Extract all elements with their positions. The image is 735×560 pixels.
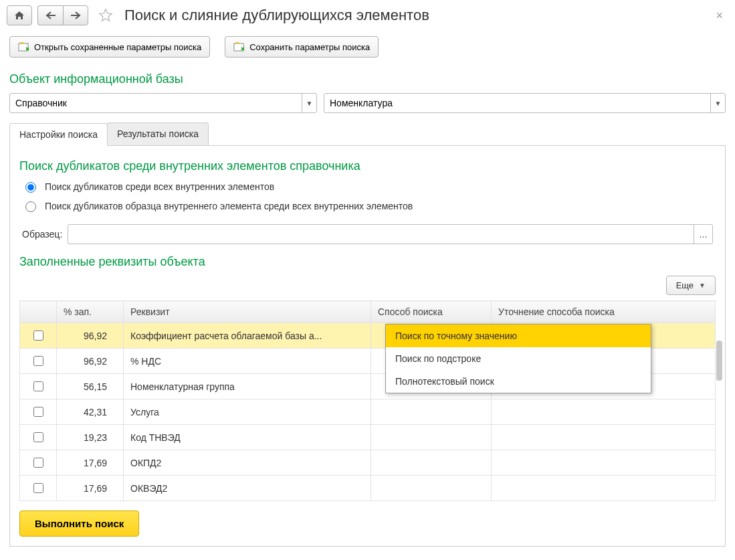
sample-select-button[interactable]: …: [694, 225, 712, 244]
dropdown-opt-fulltext[interactable]: Полнотекстовый поиск: [386, 370, 651, 393]
row-checkbox[interactable]: [33, 356, 43, 366]
back-button[interactable]: [37, 5, 63, 25]
row-checkbox[interactable]: [33, 458, 43, 468]
object-type-combo[interactable]: [10, 94, 302, 112]
tab-search-results[interactable]: Результаты поиска: [107, 122, 209, 145]
col-method: Способ поиска: [371, 301, 492, 323]
row-req: Коэффициент расчета облагаемой базы а...: [124, 323, 371, 349]
row-method[interactable]: [371, 399, 492, 425]
row-method[interactable]: [371, 476, 492, 501]
save-params-label: Сохранить параметры поиска: [249, 42, 370, 52]
dropdown-opt-substring[interactable]: Поиск по подстроке: [386, 347, 651, 370]
forward-button[interactable]: [63, 5, 88, 25]
radio-search-all[interactable]: [25, 182, 36, 193]
home-button[interactable]: [7, 5, 32, 25]
col-detail: Уточнение способа поиска: [492, 301, 716, 323]
row-pct: 17,69: [57, 450, 124, 476]
col-pct: % зап.: [57, 301, 124, 323]
col-req: Реквизит: [124, 301, 371, 323]
open-saved-params-button[interactable]: Открыть сохраненные параметры поиска: [9, 36, 210, 58]
row-req: Услуга: [124, 399, 371, 425]
row-pct: 96,92: [57, 323, 124, 349]
row-checkbox[interactable]: [33, 381, 43, 391]
table-row[interactable]: 42,31Услуга: [20, 399, 716, 425]
object-ref-combo[interactable]: [324, 94, 710, 112]
table-row[interactable]: 17,69ОКВЭД2: [20, 476, 716, 501]
dropdown-opt-exact[interactable]: Поиск по точному значению: [386, 324, 651, 347]
row-detail[interactable]: [492, 399, 716, 425]
close-button[interactable]: ×: [710, 9, 728, 23]
row-detail[interactable]: [492, 425, 716, 450]
tab-search-settings[interactable]: Настройки поиска: [9, 123, 108, 146]
row-req: ОКПД2: [124, 450, 371, 476]
row-checkbox[interactable]: [33, 407, 43, 417]
grid-scrollbar[interactable]: [716, 334, 722, 501]
favorite-star-icon[interactable]: [96, 6, 115, 25]
sample-input[interactable]: [68, 225, 694, 244]
open-params-icon: [18, 41, 30, 53]
row-method[interactable]: [371, 450, 492, 476]
search-method-dropdown: Поиск по точному значению Поиск по подст…: [385, 324, 651, 393]
radio-search-sample-label: Поиск дубликатов образца внутреннего эле…: [45, 201, 413, 211]
table-row[interactable]: 19,23Код ТНВЭД: [20, 425, 716, 450]
section-filled-req-header: Заполненные реквизиты объекта: [19, 255, 716, 269]
row-method[interactable]: [371, 425, 492, 450]
row-checkbox[interactable]: [33, 483, 43, 493]
more-label: Еще: [676, 280, 694, 290]
row-pct: 56,15: [57, 374, 124, 399]
table-row[interactable]: 17,69ОКПД2: [20, 450, 716, 476]
row-checkbox[interactable]: [33, 331, 43, 341]
section-object-header: Объект информационной базы: [9, 72, 726, 86]
save-params-icon: [233, 41, 245, 53]
col-check: [20, 301, 57, 323]
page-title: Поиск и слияние дублирующихся элементов: [124, 7, 429, 24]
row-req: ОКВЭД2: [124, 476, 371, 501]
object-type-dropdown-icon[interactable]: ▼: [302, 94, 316, 112]
sample-label: Образец:: [22, 229, 62, 240]
run-search-button[interactable]: Выполнить поиск: [19, 510, 139, 537]
row-pct: 17,69: [57, 476, 124, 501]
row-checkbox[interactable]: [33, 432, 43, 442]
row-pct: 42,31: [57, 399, 124, 425]
scroll-thumb[interactable]: [716, 341, 722, 381]
row-pct: 19,23: [57, 425, 124, 450]
open-params-label: Открыть сохраненные параметры поиска: [34, 42, 201, 52]
row-detail[interactable]: [492, 476, 716, 501]
row-req: Код ТНВЭД: [124, 425, 371, 450]
row-detail[interactable]: [492, 450, 716, 476]
chevron-down-icon: ▼: [699, 282, 706, 289]
row-pct: 96,92: [57, 349, 124, 374]
section-inner-search-header: Поиск дубликатов среди внутренних элемен…: [19, 159, 716, 173]
row-req: Номенклатурная группа: [124, 374, 371, 399]
save-params-button[interactable]: Сохранить параметры поиска: [225, 36, 379, 58]
radio-search-all-label: Поиск дубликатов среди всех внутренних э…: [45, 181, 274, 192]
object-ref-dropdown-icon[interactable]: ▼: [710, 94, 725, 112]
row-req: % НДС: [124, 349, 371, 374]
radio-search-sample[interactable]: [25, 201, 36, 212]
more-button[interactable]: Еще ▼: [666, 276, 716, 295]
